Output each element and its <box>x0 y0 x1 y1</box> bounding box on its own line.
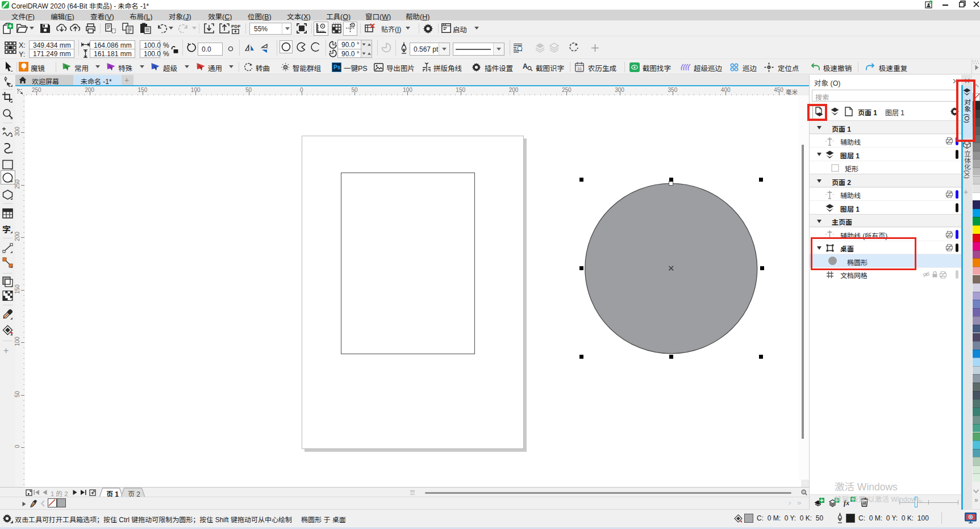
svg-text:31: 31 <box>577 66 582 72</box>
